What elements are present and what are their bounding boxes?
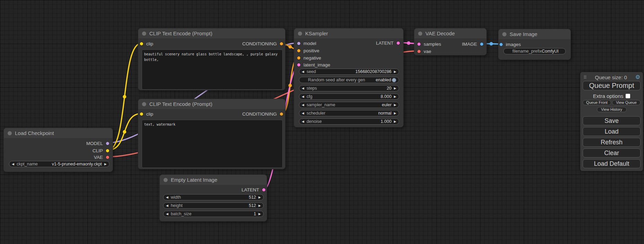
node-empty-latent-image[interactable]: Empty Latent Image LATENT ◀ width 512 ▶ … bbox=[159, 174, 267, 222]
decrement-arrow-icon[interactable]: ◀ bbox=[166, 196, 168, 199]
node-vae-decode[interactable]: VAE Decode samples vae IMAGE bbox=[414, 28, 487, 55]
slot-dot-conditioning[interactable] bbox=[297, 56, 301, 60]
increment-arrow-icon[interactable]: ▶ bbox=[394, 87, 396, 90]
node-title-bar[interactable]: Empty Latent Image bbox=[160, 175, 267, 185]
slot-dot-latent[interactable] bbox=[262, 188, 266, 192]
input-slot-samples[interactable]: samples bbox=[417, 41, 441, 47]
decrement-arrow-icon[interactable]: ◀ bbox=[302, 87, 304, 90]
slot-dot-image[interactable] bbox=[480, 42, 484, 46]
slot-dot-conditioning[interactable] bbox=[280, 42, 283, 46]
output-slot-vae[interactable]: VAE bbox=[94, 154, 109, 160]
node-ksampler[interactable]: KSampler model positive negative latent_… bbox=[294, 28, 404, 127]
widget-random-seed-toggle[interactable]: Random seed after every gen enabled bbox=[299, 77, 399, 83]
slot-dot-latent[interactable] bbox=[297, 63, 301, 67]
collapse-dot-icon[interactable] bbox=[502, 32, 506, 36]
link-midpoint-dot[interactable] bbox=[407, 42, 411, 45]
drag-handle-icon[interactable]: ⠿ bbox=[583, 75, 587, 80]
output-slot-image[interactable]: IMAGE bbox=[462, 41, 484, 47]
prompt-text-area[interactable]: beautiful scenery nature glass bottle la… bbox=[142, 49, 283, 90]
queue-prompt-button[interactable]: Queue Prompt bbox=[583, 81, 641, 90]
widget-ckpt-name[interactable]: ◀ ckpt_name v1-5-pruned-emaonly.ckpt ▶ bbox=[9, 161, 109, 167]
increment-arrow-icon[interactable]: ▶ bbox=[258, 204, 261, 207]
collapse-dot-icon[interactable] bbox=[8, 131, 12, 135]
node-save-image[interactable]: Save Image images filename_prefix ComfyU… bbox=[498, 29, 571, 60]
link-midpoint-dot[interactable] bbox=[123, 95, 126, 99]
slot-dot-clip[interactable] bbox=[140, 42, 143, 46]
output-slot-latent[interactable]: LATENT bbox=[241, 187, 266, 193]
increment-arrow-icon[interactable]: ▶ bbox=[394, 70, 396, 73]
link-midpoint-dot[interactable] bbox=[289, 84, 292, 87]
output-slot-conditioning[interactable]: CONDITIONING bbox=[242, 40, 283, 47]
input-slot-positive[interactable]: positive bbox=[297, 47, 319, 54]
link-midpoint-dot[interactable] bbox=[289, 45, 292, 48]
slot-dot-conditioning[interactable] bbox=[280, 112, 283, 116]
slot-dot-vae[interactable] bbox=[106, 155, 109, 159]
collapse-dot-icon[interactable] bbox=[164, 178, 168, 182]
slot-dot-image[interactable] bbox=[499, 43, 503, 46]
output-slot-conditioning[interactable]: CONDITIONING bbox=[242, 111, 283, 117]
view-queue-button[interactable]: View Queue bbox=[612, 100, 641, 105]
slot-dot-latent[interactable] bbox=[417, 42, 421, 46]
widget-denoise[interactable]: ◀ denoise 1.000 ▶ bbox=[299, 118, 399, 125]
input-slot-latent-image[interactable]: latent_image bbox=[297, 62, 330, 68]
node-load-checkpoint[interactable]: Load Checkpoint MODEL CLIP VAE ◀ ckpt_na… bbox=[3, 128, 113, 172]
increment-arrow-icon[interactable]: ▶ bbox=[394, 120, 396, 123]
collapse-dot-icon[interactable] bbox=[142, 31, 146, 36]
collapse-dot-icon[interactable] bbox=[142, 102, 146, 106]
decrement-arrow-icon[interactable]: ◀ bbox=[12, 163, 14, 166]
view-history-button[interactable]: View History bbox=[597, 107, 627, 112]
input-slot-model[interactable]: model bbox=[297, 40, 316, 46]
node-title-bar[interactable]: CLIP Text Encode (Prompt) bbox=[138, 99, 285, 109]
refresh-button[interactable]: Refresh bbox=[583, 138, 641, 147]
increment-arrow-icon[interactable]: ▶ bbox=[394, 112, 396, 115]
output-slot-clip[interactable]: CLIP bbox=[92, 147, 109, 154]
decrement-arrow-icon[interactable]: ◀ bbox=[302, 103, 304, 107]
output-slot-latent[interactable]: LATENT bbox=[376, 40, 400, 46]
node-title-bar[interactable]: Load Checkpoint bbox=[4, 128, 113, 138]
increment-arrow-icon[interactable]: ▶ bbox=[258, 196, 261, 199]
widget-filename-prefix[interactable]: filename_prefix ComfyUI bbox=[503, 48, 566, 54]
widget-seed[interactable]: ◀ seed 156680208700286 ▶ bbox=[299, 69, 399, 75]
slot-dot-clip[interactable] bbox=[106, 149, 109, 153]
increment-arrow-icon[interactable]: ▶ bbox=[104, 163, 107, 166]
widget-scheduler[interactable]: ◀ scheduler normal ▶ bbox=[299, 110, 399, 116]
input-slot-clip[interactable]: clip bbox=[140, 111, 153, 117]
decrement-arrow-icon[interactable]: ◀ bbox=[166, 204, 168, 207]
queue-front-button[interactable]: Queue Front bbox=[583, 100, 611, 105]
decrement-arrow-icon[interactable]: ◀ bbox=[166, 213, 168, 216]
node-title-bar[interactable]: CLIP Text Encode (Prompt) bbox=[138, 28, 285, 38]
save-button[interactable]: Save bbox=[583, 116, 641, 125]
decrement-arrow-icon[interactable]: ◀ bbox=[302, 70, 304, 73]
toggle-enabled-indicator[interactable] bbox=[392, 78, 396, 82]
slot-dot-conditioning[interactable] bbox=[297, 49, 301, 53]
increment-arrow-icon[interactable]: ▶ bbox=[394, 95, 396, 98]
widget-steps[interactable]: ◀ steps 20 ▶ bbox=[299, 85, 399, 91]
slot-dot-model[interactable] bbox=[106, 142, 109, 145]
slot-dot-clip[interactable] bbox=[140, 112, 143, 116]
increment-arrow-icon[interactable]: ▶ bbox=[394, 103, 396, 107]
widget-width[interactable]: ◀ width 512 ▶ bbox=[163, 194, 264, 200]
clear-button[interactable]: Clear bbox=[583, 148, 641, 157]
input-slot-images[interactable]: images bbox=[499, 41, 521, 47]
decrement-arrow-icon[interactable]: ◀ bbox=[302, 120, 304, 123]
input-slot-vae[interactable]: vae bbox=[417, 48, 431, 54]
node-graph-canvas[interactable]: Load Checkpoint MODEL CLIP VAE ◀ ckpt_na… bbox=[0, 0, 644, 244]
node-clip-text-encode-positive[interactable]: CLIP Text Encode (Prompt) clip CONDITION… bbox=[138, 28, 285, 90]
decrement-arrow-icon[interactable]: ◀ bbox=[302, 95, 304, 98]
node-title-bar[interactable]: VAE Decode bbox=[414, 28, 486, 38]
decrement-arrow-icon[interactable]: ◀ bbox=[302, 112, 304, 115]
settings-gear-icon[interactable]: ⚙ bbox=[635, 74, 640, 80]
extra-options-checkbox[interactable] bbox=[626, 94, 630, 98]
input-slot-negative[interactable]: negative bbox=[297, 55, 321, 61]
increment-arrow-icon[interactable]: ▶ bbox=[258, 213, 261, 216]
load-button[interactable]: Load bbox=[583, 127, 641, 136]
widget-batch-size[interactable]: ◀ batch_size 1 ▶ bbox=[163, 211, 264, 217]
node-title-bar[interactable]: KSampler bbox=[294, 28, 403, 38]
link-midpoint-dot[interactable] bbox=[123, 130, 126, 134]
slot-dot-model[interactable] bbox=[297, 42, 301, 45]
load-default-button[interactable]: Load Default bbox=[583, 159, 641, 168]
input-slot-clip[interactable]: clip bbox=[140, 40, 153, 47]
collapse-dot-icon[interactable] bbox=[298, 31, 302, 36]
output-slot-model[interactable]: MODEL bbox=[86, 140, 109, 146]
slot-dot-vae[interactable] bbox=[417, 49, 421, 53]
